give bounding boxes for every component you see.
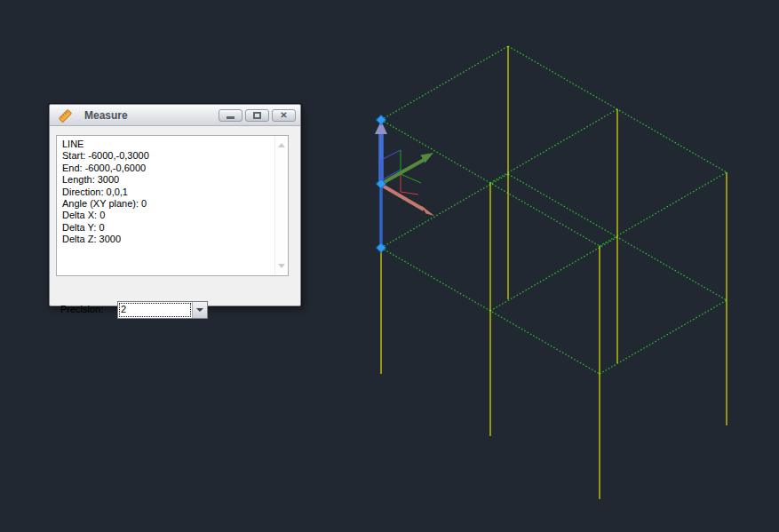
ucs-icon-segment[interactable] xyxy=(401,192,418,195)
measurement-line: Delta Y: 0 xyxy=(62,222,272,234)
measurement-output[interactable]: LINEStart: -6000,-0,3000End: -6000,-0,60… xyxy=(56,135,289,276)
beam-line[interactable] xyxy=(600,300,727,374)
measurement-line: Delta X: 0 xyxy=(62,210,272,221)
ucs-icon-segment[interactable] xyxy=(381,150,401,160)
scrollbar[interactable] xyxy=(274,136,288,275)
measurement-line: End: -6000,-0,6000 xyxy=(62,163,272,174)
dialog-titlebar[interactable]: Measure ✕ xyxy=(50,105,300,126)
minimize-icon xyxy=(227,116,234,119)
precision-label: Precision: xyxy=(60,304,103,314)
ruler-icon xyxy=(58,108,73,123)
measurement-line: Delta Z: 3000 xyxy=(62,234,272,245)
measurement-line: LINE xyxy=(62,139,272,150)
grip-point[interactable] xyxy=(377,243,386,253)
close-icon: ✕ xyxy=(280,111,287,120)
dialog-body: LINEStart: -6000,-0,3000End: -6000,-0,60… xyxy=(50,126,300,306)
grip-point[interactable] xyxy=(377,115,386,125)
ucs-icon-segment[interactable] xyxy=(401,174,421,183)
dialog-title: Measure xyxy=(84,109,128,122)
window-buttons: ✕ xyxy=(219,109,296,122)
ucs-x-axis[interactable] xyxy=(381,185,424,210)
precision-combobox[interactable]: 2 xyxy=(117,301,208,319)
ucs-y-axis[interactable] xyxy=(381,160,424,184)
beam-line[interactable] xyxy=(381,174,508,248)
chevron-down-icon xyxy=(196,308,203,312)
cad-viewport[interactable]: Measure ✕ LINEStart: -6000,-0,3000End: -… xyxy=(0,0,779,532)
scroll-up-icon[interactable] xyxy=(278,143,285,147)
precision-row: Precision: 2 xyxy=(50,301,300,321)
x-axis-arrowhead xyxy=(422,206,435,217)
measure-dialog: Measure ✕ LINEStart: -6000,-0,3000End: -… xyxy=(49,104,301,306)
beam-line[interactable] xyxy=(600,172,727,246)
measurement-line: Direction: 0,0,1 xyxy=(62,187,272,198)
scroll-down-icon[interactable] xyxy=(278,264,285,268)
maximize-button[interactable] xyxy=(245,109,269,122)
beam-line[interactable] xyxy=(381,46,508,120)
close-button[interactable]: ✕ xyxy=(272,109,296,122)
precision-value[interactable]: 2 xyxy=(118,302,192,318)
beam-line[interactable] xyxy=(490,109,617,183)
combo-dropdown-button[interactable] xyxy=(192,302,207,318)
maximize-icon xyxy=(253,112,261,119)
measurement-lines: LINEStart: -6000,-0,3000End: -6000,-0,60… xyxy=(62,139,272,246)
measurement-line: Length: 3000 xyxy=(62,174,272,186)
measurement-line: Start: -6000,-0,3000 xyxy=(62,150,272,162)
measurement-line: Angle (XY plane): 0 xyxy=(62,198,272,210)
beam-line[interactable] xyxy=(490,237,617,311)
minimize-button[interactable] xyxy=(219,109,242,122)
